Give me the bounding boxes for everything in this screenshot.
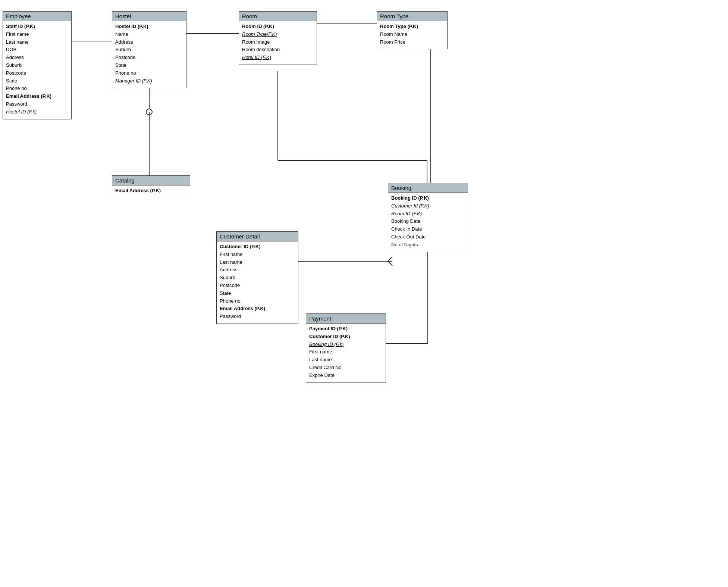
field: Hostel ID (P.K): [115, 23, 183, 31]
field: First name: [6, 31, 68, 38]
field: Phone no: [6, 85, 68, 93]
field: Check Out Date: [391, 233, 465, 241]
field: Customer Id (F.K): [391, 202, 465, 210]
field: Room ID (P.K): [242, 23, 314, 31]
field: Check In Date: [391, 225, 465, 233]
field: Last name: [309, 356, 383, 364]
field: Email Address (P.K): [6, 93, 68, 100]
field: Expire Date: [309, 372, 383, 380]
field: Manager ID (F.K): [115, 77, 183, 85]
field: Payment ID (P.K): [309, 325, 383, 333]
field: Hotel ID (F.K): [242, 54, 314, 62]
entity-catalog-header: Catalog: [112, 176, 190, 185]
entity-payment-body: Payment ID (P.K) Customer ID (P.K) Booki…: [306, 324, 386, 383]
entity-customerdetail-header: Customer Detail: [217, 232, 298, 241]
field: Email Address (P.K): [115, 187, 187, 195]
svg-point-7: [146, 109, 152, 115]
field: State: [220, 290, 295, 297]
entity-hostel-header: Hostel: [112, 12, 186, 21]
field: Room description: [242, 46, 314, 54]
field: Phone no: [115, 69, 183, 77]
field: Suburb: [6, 62, 68, 69]
entity-booking-body: Booking ID (P.K) Customer Id (F.K) Room …: [388, 193, 468, 252]
field: Last name: [6, 38, 68, 46]
field: Customer ID (P.K): [220, 243, 295, 251]
field: Room Type(F.K): [242, 31, 314, 38]
entity-payment-header: Payment: [306, 314, 386, 324]
field: Address: [115, 38, 183, 46]
entity-customerdetail: Customer Detail Customer ID (P.K) First …: [216, 231, 298, 324]
field: Room Price: [380, 38, 444, 46]
field: Booking ID (F.k): [309, 341, 383, 349]
field: Phone no: [220, 297, 295, 305]
field: Suburb: [115, 46, 183, 54]
field: DOB: [6, 46, 68, 54]
field: Customer ID (P.K): [309, 333, 383, 341]
entity-employee-header: Employee: [3, 12, 71, 21]
field: Email Address (P.K): [220, 305, 295, 313]
entity-catalog-body: Email Address (P.K): [112, 185, 190, 198]
field: Password: [6, 100, 68, 108]
field: State: [6, 77, 68, 85]
svg-line-36: [388, 261, 392, 266]
field: Booking Date: [391, 218, 465, 225]
entity-roomtype-body: Room Type (P.K) Room Name Room Price: [377, 21, 447, 49]
field: Staff ID (P.K): [6, 23, 68, 31]
field: Room Name: [380, 31, 444, 38]
entity-catalog: Catalog Email Address (P.K): [112, 175, 190, 198]
field: Room Type (P.K): [380, 23, 444, 31]
field: Postcode: [115, 54, 183, 62]
svg-line-35: [388, 257, 392, 261]
field: Password: [220, 313, 295, 321]
field: First name: [220, 251, 295, 259]
field: Last name: [220, 259, 295, 266]
field: Address: [220, 266, 295, 274]
field: Room Image: [242, 38, 314, 46]
field: State: [115, 62, 183, 69]
field: Postcode: [220, 282, 295, 290]
field: Booking ID (P.K): [391, 194, 465, 202]
entity-payment: Payment Payment ID (P.K) Customer ID (P.…: [306, 313, 386, 383]
field: Room ID (F.K): [391, 210, 465, 218]
field: Name: [115, 31, 183, 38]
entity-hostel-body: Hostel ID (P.K) Name Address Suburb Post…: [112, 21, 186, 88]
entity-booking: Booking Booking ID (P.K) Customer Id (F.…: [388, 183, 468, 252]
field: First name: [309, 348, 383, 356]
entity-hostel: Hostel Hostel ID (P.K) Name Address Subu…: [112, 11, 186, 88]
field: No of Nights: [391, 241, 465, 249]
field: Hostel ID (F.k): [6, 108, 68, 116]
field: Suburb: [220, 274, 295, 282]
entity-room-header: Room: [239, 12, 317, 21]
field: Credit Card No: [309, 364, 383, 372]
field: Address: [6, 54, 68, 62]
entity-room: Room Room ID (P.K) Room Type(F.K) Room I…: [239, 11, 317, 65]
field: Postcode: [6, 69, 68, 77]
entity-room-body: Room ID (P.K) Room Type(F.K) Room Image …: [239, 21, 317, 65]
entity-employee-body: Staff ID (P.K) First name Last name DOB …: [3, 21, 71, 119]
entity-roomtype-header: Room Type: [377, 12, 447, 21]
entity-roomtype: Room Type Room Type (P.K) Room Name Room…: [377, 11, 448, 49]
entity-booking-header: Booking: [388, 183, 468, 193]
entity-customerdetail-body: Customer ID (P.K) First name Last name A…: [217, 241, 298, 324]
entity-employee: Employee Staff ID (P.K) First name Last …: [3, 11, 72, 119]
